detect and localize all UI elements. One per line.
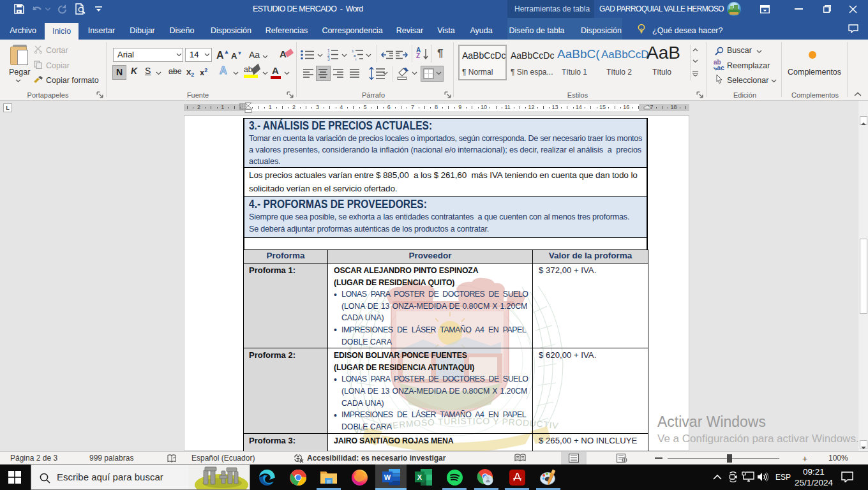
svg-text:3: 3 (327, 57, 330, 61)
svg-text:i: i (355, 57, 356, 61)
svg-text:1: 1 (352, 49, 354, 53)
svg-text:X: X (417, 473, 422, 481)
svg-text:W: W (384, 473, 391, 481)
svg-text:a: a (354, 54, 356, 57)
